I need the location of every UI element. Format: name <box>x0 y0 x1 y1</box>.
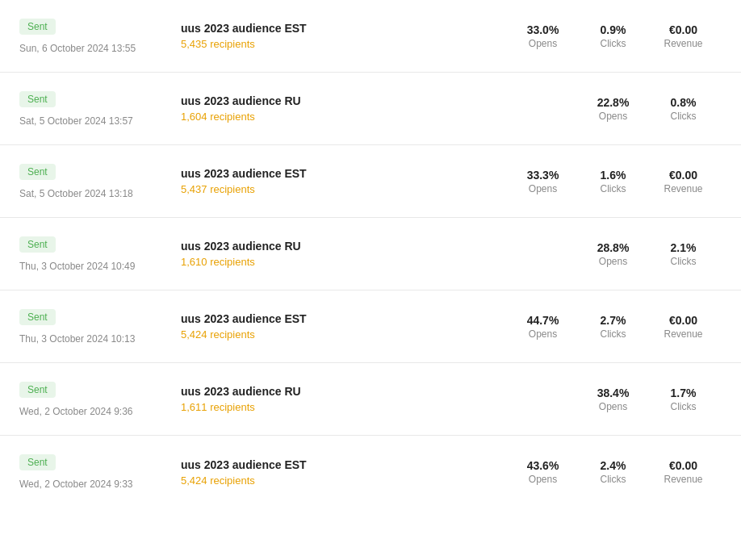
stat-label: Revenue <box>661 38 705 49</box>
campaign-name[interactable]: uus 2023 audience RU <box>181 94 591 107</box>
stat-value: €0.00 <box>661 23 705 36</box>
stats-col: 44.7%Opens2.7%Clicks€0.00Revenue <box>521 314 722 340</box>
stats-col: 43.6%Opens2.4%Clicks€0.00Revenue <box>521 459 722 485</box>
campaign-name[interactable]: uus 2023 audience EST <box>181 312 521 325</box>
stat-item: €0.00Revenue <box>661 314 705 340</box>
campaign-name[interactable]: uus 2023 audience EST <box>181 22 521 35</box>
campaign-name-col: uus 2023 audience EST5,424 recipients <box>165 312 521 341</box>
campaign-row[interactable]: SentSun, 6 October 2024 13:55uus 2023 au… <box>0 0 741 73</box>
stat-item: 1.7%Clicks <box>661 387 705 412</box>
sent-date: Sat, 5 October 2024 13:57 <box>19 115 165 127</box>
status-badge: Sent <box>19 19 56 35</box>
stat-value: 28.8% <box>591 241 635 254</box>
status-badge: Sent <box>19 236 56 253</box>
stat-value: €0.00 <box>661 459 705 472</box>
status-badge: Sent <box>19 309 56 325</box>
stat-item: 2.1%Clicks <box>661 241 705 267</box>
stat-value: 1.7% <box>661 387 705 399</box>
recipients-count: 5,424 recipients <box>181 474 521 487</box>
stat-label: Opens <box>591 111 635 122</box>
stat-item: 33.3%Opens <box>521 169 565 194</box>
stats-col: 33.0%Opens0.9%Clicks€0.00Revenue <box>521 23 722 49</box>
stat-label: Clicks <box>661 401 705 412</box>
stat-label: Revenue <box>661 474 705 485</box>
campaign-name-col: uus 2023 audience RU1,610 recipients <box>165 240 591 268</box>
status-badge: Sent <box>19 454 56 470</box>
stat-item: 22.8%Opens <box>591 96 635 122</box>
stat-label: Clicks <box>661 256 705 267</box>
stat-item: €0.00Revenue <box>661 459 705 485</box>
stat-item: 33.0%Opens <box>521 23 565 49</box>
stat-item: €0.00Revenue <box>661 23 705 49</box>
stat-label: Clicks <box>591 474 635 485</box>
stat-label: Opens <box>521 474 565 485</box>
sent-date: Thu, 3 October 2024 10:49 <box>19 261 165 272</box>
stat-value: 2.7% <box>591 314 635 327</box>
stat-label: Opens <box>521 38 565 49</box>
stat-label: Clicks <box>661 111 705 122</box>
stat-item: €0.00Revenue <box>661 169 705 194</box>
campaign-name[interactable]: uus 2023 audience EST <box>181 458 521 471</box>
status-badge: Sent <box>19 382 56 398</box>
stat-label: Opens <box>591 401 635 412</box>
stats-col: 38.4%Opens1.7%Clicks <box>591 387 722 412</box>
campaign-name[interactable]: uus 2023 audience EST <box>181 167 521 180</box>
campaign-name-col: uus 2023 audience RU1,604 recipients <box>165 94 591 123</box>
status-col: SentThu, 3 October 2024 10:49 <box>19 236 165 272</box>
recipients-count: 5,424 recipients <box>181 328 521 341</box>
stat-item: 38.4%Opens <box>591 387 635 412</box>
stat-value: 33.3% <box>521 169 565 182</box>
campaign-name-col: uus 2023 audience EST5,424 recipients <box>165 458 521 487</box>
stat-value: 0.8% <box>661 96 705 109</box>
recipients-count: 1,611 recipients <box>181 401 591 413</box>
sent-date: Thu, 3 October 2024 10:13 <box>19 333 165 345</box>
stat-value: €0.00 <box>661 169 705 182</box>
stat-value: 33.0% <box>521 23 565 36</box>
campaign-name-col: uus 2023 audience RU1,611 recipients <box>165 385 591 413</box>
stat-label: Clicks <box>591 183 635 194</box>
recipients-count: 1,604 recipients <box>181 111 591 123</box>
stat-label: Revenue <box>661 328 705 340</box>
recipients-count: 1,610 recipients <box>181 256 591 268</box>
sent-date: Sun, 6 October 2024 13:55 <box>19 43 165 54</box>
stats-col: 28.8%Opens2.1%Clicks <box>591 241 722 267</box>
sent-date: Wed, 2 October 2024 9:33 <box>19 479 165 490</box>
stat-value: 2.1% <box>661 241 705 254</box>
stat-item: 2.4%Clicks <box>591 459 635 485</box>
campaign-row[interactable]: SentThu, 3 October 2024 10:49uus 2023 au… <box>0 218 741 290</box>
stat-value: 38.4% <box>591 387 635 399</box>
stat-item: 1.6%Clicks <box>591 169 635 194</box>
campaign-name[interactable]: uus 2023 audience RU <box>181 240 591 253</box>
status-col: SentSat, 5 October 2024 13:18 <box>19 164 165 199</box>
campaign-name-col: uus 2023 audience EST5,437 recipients <box>165 167 521 195</box>
stat-value: 0.9% <box>591 23 635 36</box>
sent-date: Wed, 2 October 2024 9:36 <box>19 406 165 417</box>
stat-value: 1.6% <box>591 169 635 182</box>
recipients-count: 5,435 recipients <box>181 38 521 50</box>
status-col: SentSat, 5 October 2024 13:57 <box>19 91 165 127</box>
stat-item: 0.9%Clicks <box>591 23 635 49</box>
campaign-row[interactable]: SentWed, 2 October 2024 9:33uus 2023 aud… <box>0 436 741 508</box>
stat-item: 28.8%Opens <box>591 241 635 267</box>
stat-label: Opens <box>591 256 635 267</box>
campaign-name-col: uus 2023 audience EST5,435 recipients <box>165 22 521 50</box>
campaign-row[interactable]: SentSat, 5 October 2024 13:57uus 2023 au… <box>0 73 741 145</box>
stat-item: 43.6%Opens <box>521 459 565 485</box>
stats-col: 33.3%Opens1.6%Clicks€0.00Revenue <box>521 169 722 194</box>
campaign-list: SentSun, 6 October 2024 13:55uus 2023 au… <box>0 0 741 508</box>
status-col: SentWed, 2 October 2024 9:33 <box>19 454 165 490</box>
status-col: SentThu, 3 October 2024 10:13 <box>19 309 165 345</box>
stat-label: Revenue <box>661 183 705 194</box>
sent-date: Sat, 5 October 2024 13:18 <box>19 188 165 199</box>
campaign-name[interactable]: uus 2023 audience RU <box>181 385 591 398</box>
campaign-row[interactable]: SentSat, 5 October 2024 13:18uus 2023 au… <box>0 145 741 218</box>
campaign-row[interactable]: SentThu, 3 October 2024 10:13uus 2023 au… <box>0 290 741 363</box>
stat-item: 2.7%Clicks <box>591 314 635 340</box>
stats-col: 22.8%Opens0.8%Clicks <box>591 96 722 122</box>
campaign-row[interactable]: SentWed, 2 October 2024 9:36uus 2023 aud… <box>0 363 741 436</box>
stat-value: 22.8% <box>591 96 635 109</box>
stat-item: 44.7%Opens <box>521 314 565 340</box>
stat-item: 0.8%Clicks <box>661 96 705 122</box>
stat-value: 43.6% <box>521 459 565 472</box>
stat-value: 2.4% <box>591 459 635 472</box>
